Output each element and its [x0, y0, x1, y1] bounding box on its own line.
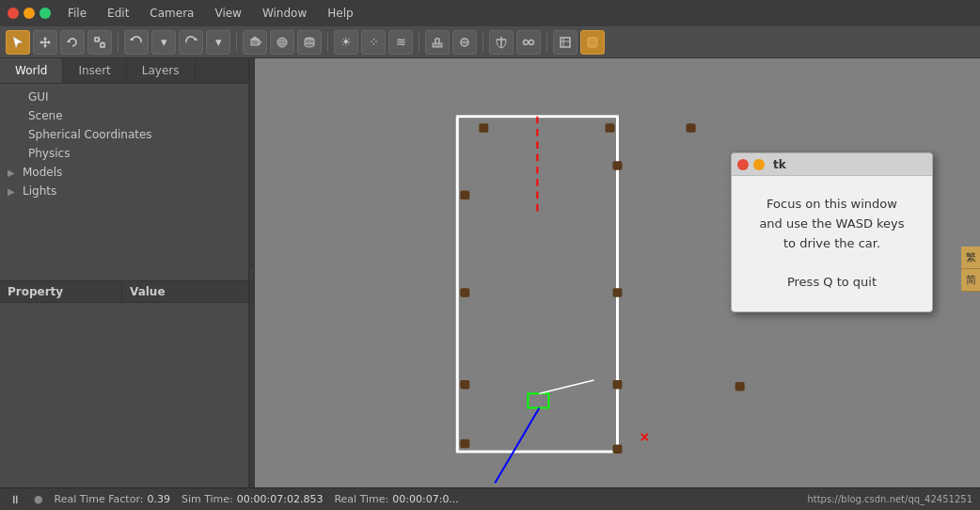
entity-button[interactable]: [553, 30, 577, 55]
sep5: [482, 33, 483, 52]
maximize-button[interactable]: [40, 8, 51, 19]
svg-rect-36: [588, 38, 597, 47]
svg-marker-15: [259, 40, 261, 45]
status-bar: ⏸ ● Real Time Factor: 0.39 Sim Time: 00:…: [0, 487, 980, 510]
sim-time-label: Sim Time:: [182, 493, 233, 505]
sphere-button[interactable]: [270, 30, 294, 55]
svg-rect-44: [460, 191, 469, 200]
tree-label-gui: GUI: [28, 90, 49, 104]
menu-window[interactable]: Window: [259, 5, 310, 22]
menu-bar: File Edit Camera View Window Help: [64, 5, 357, 22]
tree-item-physics[interactable]: Physics: [0, 144, 248, 163]
svg-rect-42: [605, 123, 614, 133]
rtf-dot: ●: [34, 493, 43, 505]
model1-button[interactable]: [425, 30, 450, 55]
svg-point-22: [305, 43, 314, 47]
properties-panel: Property Value: [0, 280, 248, 487]
move-tool-button[interactable]: [33, 30, 57, 55]
redo-button[interactable]: [179, 30, 203, 55]
orange-tool-button[interactable]: [580, 30, 605, 55]
svg-rect-41: [479, 123, 488, 133]
menu-camera[interactable]: Camera: [146, 5, 198, 22]
cursor-tool-button[interactable]: [6, 30, 30, 55]
svg-rect-43: [687, 123, 696, 133]
svg-rect-47: [612, 288, 622, 297]
pause-button[interactable]: ⏸: [8, 492, 23, 507]
svg-rect-50: [612, 380, 622, 390]
svg-rect-33: [561, 38, 570, 47]
tk-titlebar: tk: [732, 153, 932, 176]
tree-label-models: Models: [23, 166, 62, 179]
svg-rect-52: [460, 439, 469, 449]
tree-item-gui[interactable]: GUI: [0, 88, 248, 106]
tree-label-scene: Scene: [28, 109, 63, 122]
svg-rect-49: [460, 380, 469, 390]
tab-layers[interactable]: Layers: [127, 58, 196, 83]
tab-bar: World Insert Layers: [0, 58, 248, 84]
tree-item-scene[interactable]: Scene: [0, 106, 248, 125]
svg-marker-5: [48, 40, 51, 44]
tk-close-button[interactable]: [737, 159, 749, 170]
viewport[interactable]: × tk Focus on this windo: [255, 58, 980, 487]
main-layout: ▾ ▾: [0, 26, 980, 510]
close-button[interactable]: [8, 8, 19, 19]
tk-line1: Focus on this window: [767, 197, 897, 211]
tk-content: Focus on this window and use the WASD ke…: [732, 176, 932, 311]
svg-marker-3: [43, 45, 47, 48]
svg-point-31: [530, 40, 534, 44]
texture-button[interactable]: ≋: [388, 30, 413, 55]
svg-rect-8: [101, 43, 104, 47]
rotate-tool-button[interactable]: [60, 30, 85, 55]
tree-label-spherical: Spherical Coordinates: [28, 128, 152, 141]
svg-rect-45: [612, 161, 622, 170]
tree-item-models[interactable]: ▶ Models: [0, 163, 248, 182]
anchor-button[interactable]: [489, 30, 514, 55]
prop-col-value: Value: [122, 281, 173, 302]
cn-btn-simplified[interactable]: 繁: [961, 247, 980, 269]
cn-btn-traditional[interactable]: 简: [961, 269, 980, 292]
light-button[interactable]: ☀: [334, 30, 358, 55]
tk-title-label: tk: [773, 158, 786, 171]
url-status: https://blog.csdn.net/qq_42451251: [807, 494, 972, 504]
sim-time-value: 00:00:07:02.853: [237, 493, 324, 505]
joint-button[interactable]: [516, 30, 541, 55]
tk-minimize-button[interactable]: [753, 159, 765, 170]
menu-file[interactable]: File: [64, 5, 90, 22]
sim-time-item: Sim Time: 00:00:07:02.853: [182, 493, 324, 505]
minimize-button[interactable]: [24, 8, 35, 19]
undo-button[interactable]: [124, 30, 149, 55]
tab-world[interactable]: World: [0, 58, 63, 83]
svg-marker-4: [40, 40, 42, 44]
tree-label-lights: Lights: [23, 184, 56, 198]
scatter-button[interactable]: ⁘: [361, 30, 386, 55]
scale-tool-button[interactable]: [87, 30, 112, 55]
svg-rect-7: [95, 38, 99, 41]
menu-edit[interactable]: Edit: [103, 5, 133, 22]
menu-help[interactable]: Help: [324, 5, 356, 22]
sep2: [236, 33, 237, 52]
prop-header: Property Value: [0, 281, 248, 303]
left-panel: World Insert Layers GUI Scene Spherical …: [0, 58, 249, 487]
rtf-label: Real Time Factor:: [55, 493, 144, 505]
svg-rect-53: [612, 444, 622, 454]
tab-insert[interactable]: Insert: [63, 58, 126, 83]
svg-text:×: ×: [640, 429, 651, 444]
model2-button[interactable]: [452, 30, 477, 55]
tk-line3: to drive the car.: [783, 236, 880, 250]
cylinder-button[interactable]: [297, 30, 322, 55]
undo-dropdown[interactable]: ▾: [151, 30, 176, 55]
content-area: World Insert Layers GUI Scene Spherical …: [0, 58, 980, 487]
svg-marker-2: [43, 37, 47, 40]
box-button[interactable]: [243, 30, 267, 55]
svg-point-30: [524, 40, 529, 44]
redo-dropdown[interactable]: ▾: [206, 30, 230, 55]
menu-view[interactable]: View: [211, 5, 245, 22]
svg-point-16: [277, 38, 287, 47]
rtf-item: Real Time Factor: 0.39: [55, 493, 170, 505]
tree-item-spherical[interactable]: Spherical Coordinates: [0, 125, 248, 144]
tree-item-lights[interactable]: ▶ Lights: [0, 182, 248, 200]
sep4: [419, 33, 419, 52]
tk-window[interactable]: tk Focus on this window and use the WASD…: [731, 152, 933, 312]
svg-rect-46: [460, 288, 469, 297]
prop-col-property: Property: [0, 281, 122, 302]
